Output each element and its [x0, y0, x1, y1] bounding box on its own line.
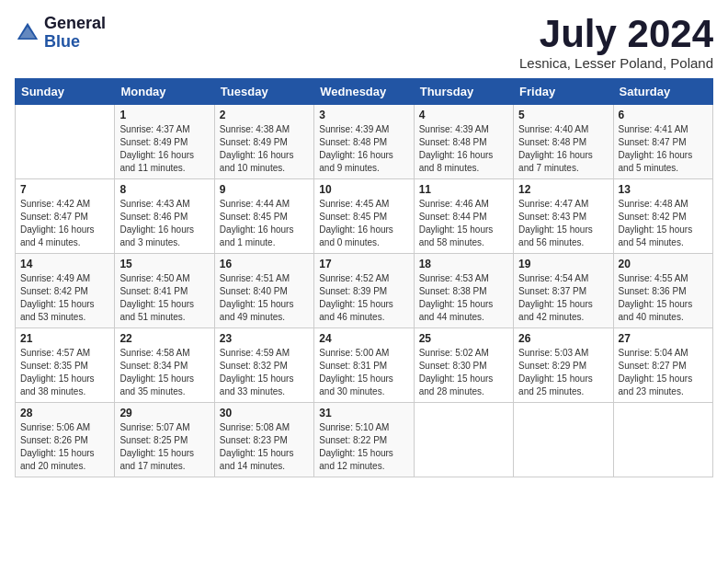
calendar-table: SundayMondayTuesdayWednesdayThursdayFrid… [15, 78, 713, 477]
logo-general: General [44, 15, 106, 33]
day-number: 17 [319, 258, 408, 270]
logo-icon [15, 20, 40, 46]
day-number: 25 [419, 332, 508, 345]
day-info: Sunrise: 4:41 AM Sunset: 8:47 PM Dayligh… [619, 123, 708, 175]
calendar-cell: 29Sunrise: 5:07 AM Sunset: 8:25 PM Dayli… [115, 403, 214, 477]
day-info: Sunrise: 4:50 AM Sunset: 8:41 PM Dayligh… [119, 272, 209, 324]
calendar-cell: 27Sunrise: 5:04 AM Sunset: 8:27 PM Dayli… [613, 328, 712, 403]
day-info: Sunrise: 4:47 AM Sunset: 8:43 PM Dayligh… [518, 198, 608, 249]
day-number: 3 [319, 109, 408, 121]
weekday-header-thursday: Thursday [414, 79, 513, 105]
page-header: General Blue July 2024 Lesnica, Lesser P… [15, 15, 713, 71]
day-number: 14 [20, 258, 109, 270]
calendar-cell: 7Sunrise: 4:42 AM Sunset: 8:47 PM Daylig… [16, 179, 115, 254]
weekday-header-wednesday: Wednesday [314, 79, 414, 105]
day-number: 21 [20, 332, 109, 345]
week-row-5: 28Sunrise: 5:06 AM Sunset: 8:26 PM Dayli… [16, 403, 713, 477]
day-number: 31 [319, 407, 408, 419]
day-number: 9 [220, 183, 309, 196]
calendar-cell: 12Sunrise: 4:47 AM Sunset: 8:43 PM Dayli… [514, 179, 613, 254]
month-title: July 2024 [519, 15, 713, 53]
day-number: 22 [119, 332, 209, 345]
day-info: Sunrise: 5:04 AM Sunset: 8:27 PM Dayligh… [619, 347, 708, 398]
calendar-cell: 21Sunrise: 4:57 AM Sunset: 8:35 PM Dayli… [16, 328, 115, 403]
day-info: Sunrise: 5:03 AM Sunset: 8:29 PM Dayligh… [518, 347, 608, 398]
day-info: Sunrise: 4:45 AM Sunset: 8:45 PM Dayligh… [319, 198, 408, 249]
calendar-cell: 14Sunrise: 4:49 AM Sunset: 8:42 PM Dayli… [16, 254, 115, 328]
calendar-cell: 19Sunrise: 4:54 AM Sunset: 8:37 PM Dayli… [514, 254, 613, 328]
day-info: Sunrise: 4:44 AM Sunset: 8:45 PM Dayligh… [220, 198, 309, 249]
day-info: Sunrise: 4:55 AM Sunset: 8:36 PM Dayligh… [619, 272, 708, 324]
day-number: 24 [319, 332, 408, 345]
day-info: Sunrise: 4:39 AM Sunset: 8:48 PM Dayligh… [319, 123, 408, 175]
day-number: 4 [419, 109, 508, 121]
title-block: July 2024 Lesnica, Lesser Poland, Poland [519, 15, 713, 71]
calendar-cell: 4Sunrise: 4:39 AM Sunset: 8:48 PM Daylig… [414, 105, 513, 179]
day-number: 2 [220, 109, 309, 121]
day-number: 13 [619, 183, 708, 196]
day-number: 5 [518, 109, 608, 121]
calendar-cell: 16Sunrise: 4:51 AM Sunset: 8:40 PM Dayli… [214, 254, 313, 328]
day-number: 1 [119, 109, 209, 121]
calendar-cell: 2Sunrise: 4:38 AM Sunset: 8:49 PM Daylig… [214, 105, 313, 179]
logo: General Blue [15, 15, 106, 52]
day-info: Sunrise: 5:06 AM Sunset: 8:26 PM Dayligh… [20, 421, 109, 473]
weekday-header-row: SundayMondayTuesdayWednesdayThursdayFrid… [16, 79, 713, 105]
weekday-header-monday: Monday [115, 79, 214, 105]
day-info: Sunrise: 4:57 AM Sunset: 8:35 PM Dayligh… [20, 347, 109, 398]
day-number: 7 [20, 183, 109, 196]
calendar-cell: 3Sunrise: 4:39 AM Sunset: 8:48 PM Daylig… [314, 105, 414, 179]
calendar-cell [16, 105, 115, 179]
calendar-cell: 1Sunrise: 4:37 AM Sunset: 8:49 PM Daylig… [115, 105, 214, 179]
day-info: Sunrise: 4:59 AM Sunset: 8:32 PM Dayligh… [220, 347, 309, 398]
day-number: 20 [619, 258, 708, 270]
calendar-cell: 20Sunrise: 4:55 AM Sunset: 8:36 PM Dayli… [613, 254, 712, 328]
day-info: Sunrise: 4:48 AM Sunset: 8:42 PM Dayligh… [619, 198, 708, 249]
calendar-cell: 28Sunrise: 5:06 AM Sunset: 8:26 PM Dayli… [16, 403, 115, 477]
day-info: Sunrise: 4:43 AM Sunset: 8:46 PM Dayligh… [119, 198, 209, 249]
day-number: 16 [220, 258, 309, 270]
day-number: 12 [518, 183, 608, 196]
calendar-cell: 9Sunrise: 4:44 AM Sunset: 8:45 PM Daylig… [214, 179, 313, 254]
day-number: 26 [518, 332, 608, 345]
location: Lesnica, Lesser Poland, Poland [519, 55, 713, 71]
day-info: Sunrise: 5:02 AM Sunset: 8:30 PM Dayligh… [419, 347, 508, 398]
logo-text: General Blue [44, 15, 106, 52]
day-info: Sunrise: 4:40 AM Sunset: 8:48 PM Dayligh… [518, 123, 608, 175]
day-info: Sunrise: 4:58 AM Sunset: 8:34 PM Dayligh… [119, 347, 209, 398]
calendar-cell: 24Sunrise: 5:00 AM Sunset: 8:31 PM Dayli… [314, 328, 414, 403]
calendar-cell [514, 403, 613, 477]
weekday-header-sunday: Sunday [16, 79, 115, 105]
day-info: Sunrise: 4:52 AM Sunset: 8:39 PM Dayligh… [319, 272, 408, 324]
day-info: Sunrise: 5:00 AM Sunset: 8:31 PM Dayligh… [319, 347, 408, 398]
day-number: 28 [20, 407, 109, 419]
week-row-2: 7Sunrise: 4:42 AM Sunset: 8:47 PM Daylig… [16, 179, 713, 254]
day-info: Sunrise: 5:07 AM Sunset: 8:25 PM Dayligh… [119, 421, 209, 473]
day-info: Sunrise: 4:53 AM Sunset: 8:38 PM Dayligh… [419, 272, 508, 324]
calendar-cell: 10Sunrise: 4:45 AM Sunset: 8:45 PM Dayli… [314, 179, 414, 254]
day-number: 19 [518, 258, 608, 270]
day-number: 10 [319, 183, 408, 196]
calendar-cell: 25Sunrise: 5:02 AM Sunset: 8:30 PM Dayli… [414, 328, 513, 403]
day-info: Sunrise: 5:08 AM Sunset: 8:23 PM Dayligh… [220, 421, 309, 473]
week-row-4: 21Sunrise: 4:57 AM Sunset: 8:35 PM Dayli… [16, 328, 713, 403]
weekday-header-tuesday: Tuesday [214, 79, 313, 105]
calendar-cell [414, 403, 513, 477]
calendar-cell: 6Sunrise: 4:41 AM Sunset: 8:47 PM Daylig… [613, 105, 712, 179]
day-number: 18 [419, 258, 508, 270]
weekday-header-friday: Friday [514, 79, 613, 105]
calendar-cell: 23Sunrise: 4:59 AM Sunset: 8:32 PM Dayli… [214, 328, 313, 403]
calendar-cell: 8Sunrise: 4:43 AM Sunset: 8:46 PM Daylig… [115, 179, 214, 254]
day-info: Sunrise: 5:10 AM Sunset: 8:22 PM Dayligh… [319, 421, 408, 473]
day-number: 27 [619, 332, 708, 345]
day-info: Sunrise: 4:39 AM Sunset: 8:48 PM Dayligh… [419, 123, 508, 175]
day-info: Sunrise: 4:54 AM Sunset: 8:37 PM Dayligh… [518, 272, 608, 324]
day-number: 30 [220, 407, 309, 419]
day-number: 15 [119, 258, 209, 270]
calendar-cell: 18Sunrise: 4:53 AM Sunset: 8:38 PM Dayli… [414, 254, 513, 328]
day-info: Sunrise: 4:46 AM Sunset: 8:44 PM Dayligh… [419, 198, 508, 249]
calendar-cell: 17Sunrise: 4:52 AM Sunset: 8:39 PM Dayli… [314, 254, 414, 328]
day-info: Sunrise: 4:42 AM Sunset: 8:47 PM Dayligh… [20, 198, 109, 249]
weekday-header-saturday: Saturday [613, 79, 712, 105]
day-number: 8 [119, 183, 209, 196]
